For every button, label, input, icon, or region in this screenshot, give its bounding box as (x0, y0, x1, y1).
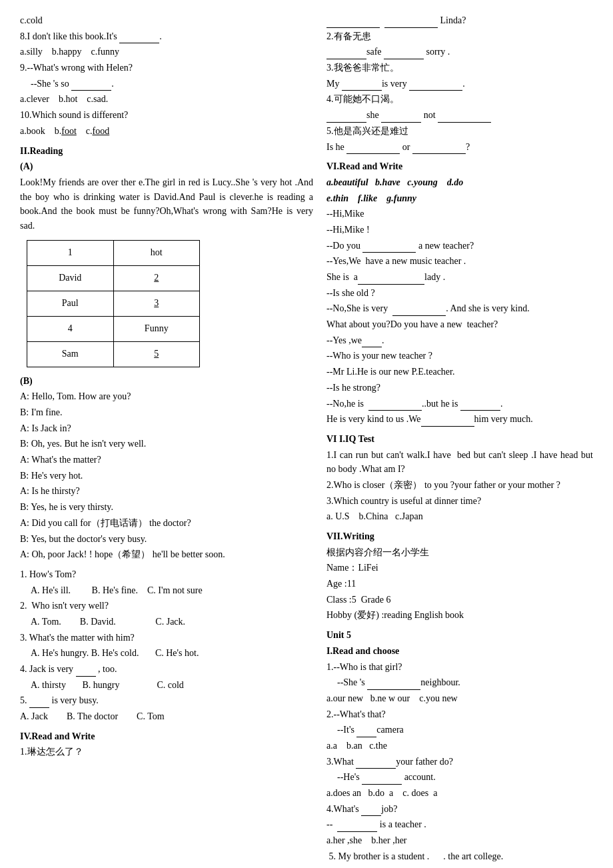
q2-choices: A. Tom. B. David. C. Jack. (20, 615, 313, 629)
table-cell: Sam (27, 341, 114, 367)
reading-a-title: (A) (20, 159, 313, 174)
line-q9-ans: --She 's so . (20, 77, 313, 91)
q2-label: 2. Who isn't very well? (20, 599, 313, 613)
table-cell: Funny (113, 316, 200, 341)
r-dialog-4: --Yes,We have a new music teacher . (326, 254, 593, 269)
dialog-6: B: He's very hot. (20, 469, 313, 483)
r-q2: safe sorry . (326, 45, 593, 59)
reading-a-text: Look!My friends are over ther e.The girl… (20, 175, 313, 233)
table-row: Sam 5 (27, 341, 200, 367)
q3-choices: A. He's hungry. B. He's cold. C. He's ho… (20, 646, 313, 661)
r-u5-q3: 3.What your father do? (326, 755, 593, 769)
dialog-3: A: Is Jack in? (20, 421, 313, 436)
r-vi-title: VI.Read and Write (326, 159, 593, 174)
q5-choices: A. Jack B. The doctor C. Tom (20, 709, 313, 724)
dialog-1: A: Hello, Tom. How are you? (20, 389, 313, 404)
table-cell: 5 (113, 341, 200, 367)
r-dialog-13: --No,he is ..but he is . (326, 397, 593, 411)
r-iq-3: 3.Which country is useful at dinner time… (326, 494, 593, 509)
r-dialog-14: He is very kind to us .Wehim very much. (326, 412, 593, 427)
r-u5-q1: 1.--Who is that girl? (326, 660, 593, 675)
r-u5-section: I.Read and choose (326, 644, 593, 659)
line-q8: 8.I don't like this book.It's . (20, 29, 313, 44)
table-cell: 1 (27, 240, 114, 265)
r-q4-cn: 4.可能她不口渴。 (326, 92, 593, 107)
r-q3: My is very . (326, 77, 593, 91)
r-vi-choices-1: a.beautiful b.have c.young d.do (326, 175, 593, 190)
q5-label: 5. is very busy. (20, 693, 313, 708)
r-unit5-title: Unit 5 (326, 628, 593, 643)
r-vii-title: VI I.IQ Test (326, 432, 593, 447)
table-cell: 2 (113, 265, 200, 291)
q1-choices: A. He's ill. B. He's fine. C. I'm not su… (20, 583, 313, 598)
r-dialog-5: She is alady . (326, 270, 593, 285)
r-dialog-7: --No,She is very . And she is very kind. (326, 301, 593, 316)
r-writing-cn: 根据内容介绍一名小学生 (326, 545, 593, 560)
q1-label: 1. How's Tom? (20, 567, 313, 582)
r-u5-q4: 4.What's job? (326, 802, 593, 817)
line-ccold: c.cold (20, 13, 313, 28)
r-q2-cn: 2.有备无患 (326, 29, 593, 44)
right-column: Linda? 2.有备无患 safe sorry . 3.我爸爸非常忙。 My … (326, 13, 593, 865)
r-u5-q4-choices: a.her ,she b.her ,her (326, 833, 593, 848)
table-row: 4 Funny (27, 316, 200, 341)
section-reading-title: II.Reading (20, 144, 313, 159)
table-row: Paul 3 (27, 291, 200, 316)
r-dialog-10: --Who is your new teacher ? (326, 349, 593, 363)
table-cell: David (27, 265, 114, 291)
r-dialog-1: --Hi,Mike (326, 207, 593, 221)
r-u5-q1-ans: --She 's neighbour. (326, 675, 593, 690)
r-dialog-9: --Yes ,we. (326, 333, 593, 348)
r-writing-age: Age :11 (326, 577, 593, 591)
reading-b-title: (B) (20, 374, 313, 389)
table-row: David 2 (27, 265, 200, 291)
r-u5-q2: 2.--What's that? (326, 707, 593, 722)
dialog-2: B: I'm fine. (20, 405, 313, 420)
left-column: c.cold 8.I don't like this book.It's . a… (20, 13, 313, 865)
r-dialog-8: What about you?Do you have a new teacher… (326, 317, 593, 332)
r-u5-q2-ans: --It's camera (326, 723, 593, 737)
r-u5-q4-ans: -- is a teacher . (326, 817, 593, 832)
q3-label: 3. What's the matter with him? (20, 631, 313, 645)
r-dialog-6: --Is she old ? (326, 286, 593, 301)
dialog-5: A: What's the matter? (20, 453, 313, 467)
r-iq-1: 1.I can run but can't walk.I have bed bu… (326, 448, 593, 477)
r-dialog-12: --Is he strong? (326, 381, 593, 395)
r-q5-cn: 5.他是高兴还是难过 (326, 124, 593, 139)
r-line1: Linda? (326, 13, 593, 28)
r-iq-2: 2.Who is closer（亲密） to you ?your father … (326, 478, 593, 493)
table-cell: Paul (27, 291, 114, 316)
r-u5-q5: 5. My brother is a student . . the art c… (326, 849, 593, 864)
r-u5-q2-choices: a.a b.an c.the (326, 739, 593, 753)
r-u5-q3-choices: a.does an b.do a c. does a (326, 786, 593, 801)
line-q8-choices: a.silly b.happy c.funny (20, 45, 313, 59)
line-q9: 9.--What's wrong with Helen? (20, 61, 313, 75)
r-writing-hobby: Hobby (爱好) :reading English book (326, 608, 593, 623)
r-q3-cn: 3.我爸爸非常忙。 (326, 61, 593, 75)
dialog-9: A: Did you call for（打电话请） the doctor? (20, 516, 313, 531)
r-dialog-3: --Do you a new teacher? (326, 239, 593, 253)
table-cell: hot (113, 240, 200, 265)
r-iq-3-choices: a. U.S b.China c.Japan (326, 509, 593, 524)
dialog-4: B: Oh, yes. But he isn't very well. (20, 437, 313, 451)
r-dialog-11: --Mr Li.He is our new P.E.teacher. (326, 365, 593, 379)
reading-table: 1 hot David 2 Paul 3 4 Funny Sam 5 (27, 240, 200, 367)
r-u5-q3-ans: --He's account. (326, 770, 593, 785)
dialog-10: B: Yes, but the doctor's very busy. (20, 532, 313, 547)
iv-q1: 1.琳达怎么了？ (20, 745, 313, 759)
section-iv-title: IV.Read and Write (20, 729, 313, 744)
r-writing-class: Class :5 Grade 6 (326, 593, 593, 607)
q4-label: 4. Jack is very , too. (20, 662, 313, 677)
r-q4: she not (326, 108, 593, 123)
line-q10-choices: a.book b.foot c.food (20, 124, 313, 139)
table-cell: 4 (27, 316, 114, 341)
r-dialog-2: --Hi,Mike ! (326, 223, 593, 237)
table-row: 1 hot (27, 240, 200, 265)
line-q9-choices: a.clever b.hot c.sad. (20, 92, 313, 107)
page-container: c.cold 8.I don't like this book.It's . a… (20, 13, 593, 865)
r-u5-q1-choices: a.our new b.ne w our c.you new (326, 691, 593, 706)
table-cell: 3 (113, 291, 200, 316)
dialog-8: B: Yes, he is very thirsty. (20, 500, 313, 515)
r-writing-title: VII.Writing (326, 529, 593, 544)
r-vi-choices-2: e.thin f.like g.funny (326, 191, 593, 206)
